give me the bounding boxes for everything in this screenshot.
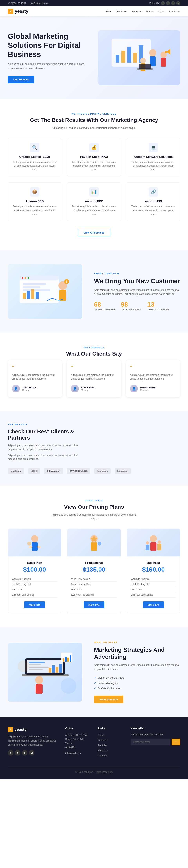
plan-btn-business[interactable]: More Info [143, 601, 164, 608]
plan-features-professional: Web Site Analysis 5 Job Posting Slot Pos… [71, 577, 116, 597]
footer-link-portfolio[interactable]: Portfolio [98, 743, 123, 747]
reviewer-role-2: Manager [140, 389, 156, 391]
footer-youtube-icon[interactable]: yt [29, 750, 34, 755]
check-item-1: Keyword Analysis [94, 680, 180, 686]
marketing-title: Marketing Strategies And Advertising [94, 646, 180, 660]
feature-biz-0: Web Site Analysis [131, 577, 176, 582]
footer-office-address: Austria — BBT 1234Street, Office 678 Vie… [65, 733, 90, 749]
stat-customers-num: 68 [94, 301, 115, 308]
svg-rect-38 [91, 542, 97, 551]
stat-years-label: Years Of Experience [147, 308, 169, 311]
feature-biz-1: 5 Job Posting Slot [131, 582, 176, 587]
newsletter-submit-button[interactable]: → [172, 739, 180, 745]
twitter-icon[interactable]: t [166, 1, 170, 5]
svg-rect-57 [59, 664, 62, 673]
partner-logo-4: logolpsum [94, 468, 111, 474]
nav-item-home[interactable]: Home [105, 10, 112, 13]
feature-pro-1: 5 Job Posting Slot [71, 582, 116, 587]
footer-linkedin-icon[interactable]: in [22, 750, 28, 755]
svg-rect-53 [29, 669, 43, 670]
amazon-edi-description: Text et perspiciatis unde omnis natus er… [131, 205, 176, 216]
plan-btn-professional[interactable]: More Info [84, 601, 105, 608]
service-card-software: 💻 Custom Software Solutions Text et pers… [127, 138, 180, 177]
footer-office-col: Office Austria — BBT 1234Street, Office … [65, 727, 90, 759]
pricing-body-basic: Basic Plan $100.00 Web Site Analysis 5 J… [8, 556, 61, 613]
footer-link-features[interactable]: Features [98, 738, 123, 742]
quote-icon-1: " [71, 365, 117, 371]
services-grid: 🔍 Organic Search (SEO) Text et perspicia… [8, 138, 180, 221]
smart-title: We Bring You New Customer [94, 277, 180, 285]
nav-item-services[interactable]: Services [131, 10, 141, 13]
newsletter-email-input[interactable] [130, 739, 170, 745]
svg-rect-24 [23, 293, 26, 299]
svg-rect-42 [150, 542, 156, 551]
svg-rect-56 [55, 667, 59, 673]
amazon-seo-description: Text et perspiciatis unde omnis natus er… [12, 205, 57, 216]
testimonials-grid: " Adipiscing elit, sed dieinceid incidid… [8, 360, 180, 397]
footer-bottom: © 2024 Yeasty. All Rights Reserved. [8, 767, 180, 773]
footer-office-heading: Office [65, 727, 90, 730]
nav-item-features[interactable]: Features [117, 10, 127, 13]
svg-rect-64 [65, 657, 67, 661]
youtube-icon[interactable]: yt [176, 1, 180, 5]
partner-logo-2: ⚙ logolpsum [44, 468, 63, 474]
nav-item-prices[interactable]: Prices [146, 10, 153, 13]
svg-point-20 [28, 277, 29, 279]
facebook-icon[interactable]: f [161, 1, 165, 5]
stat-years: 13 Years Of Experience [147, 301, 169, 311]
linkedin-icon[interactable]: in [171, 1, 175, 5]
check-item-0: Visitor Conversion Rate [94, 675, 180, 680]
plan-price-professional: $135.00 [71, 566, 116, 573]
stat-projects-num: 98 [121, 301, 141, 308]
svg-rect-51 [29, 664, 41, 665]
marketing-svg [14, 647, 76, 698]
partner-logo-0: logolpsum [8, 468, 24, 474]
svg-rect-26 [31, 289, 34, 299]
email-address: info@example.com [30, 2, 48, 4]
marketing-cta-button[interactable]: Read More Info [94, 696, 123, 703]
svg-rect-54 [48, 668, 51, 673]
partner-logo-3: CAWSO STYLING [67, 468, 90, 474]
hero-section: Global Marketing Solutions For Digital B… [0, 17, 188, 99]
reviewer-name-1: Leo James [81, 386, 94, 389]
pricing-img-business [127, 529, 180, 556]
nav-item-locations[interactable]: Locations [169, 10, 180, 13]
svg-rect-25 [27, 291, 30, 299]
footer-link-about[interactable]: About Us [98, 748, 123, 752]
footer-about-text: Adipiscing elit, sed do eiusmod tempor i… [8, 735, 58, 747]
footer-logo-text: yeasty [14, 727, 27, 732]
stat-customers: 68 Satisfied Customers [94, 301, 115, 311]
smart-campaign-section: $ SMART CAMPAIGN We Bring You New Custom… [0, 250, 188, 333]
ppc-title: Pay-Per-Click (PPC) [71, 155, 116, 158]
footer-twitter-icon[interactable]: t [15, 750, 21, 755]
svg-rect-59 [36, 684, 43, 694]
partners-text: PARTNERSHIP Check Our Best Clients & Par… [8, 423, 82, 463]
amazon-edi-icon: 🔗 [149, 187, 158, 197]
amazon-ppc-icon: 📊 [89, 187, 99, 197]
testimonial-text-2: Adipiscing elit, sed dieinceid incididun… [130, 373, 176, 381]
footer-link-contacts[interactable]: Contacts [98, 753, 123, 757]
svg-rect-33 [32, 542, 38, 551]
svg-rect-44 [157, 544, 161, 551]
reviewer-1: 👤 Leo James Manager [71, 385, 117, 393]
footer-newsletter-col: Newsletter Get the latest updates and of… [130, 727, 180, 759]
plan-btn-basic[interactable]: More Info [24, 601, 45, 608]
pricing-subtitle: Adipiscing elit, sed do eiusmod tempor i… [49, 513, 139, 521]
partners-content: PARTNERSHIP Check Our Best Clients & Par… [8, 423, 180, 463]
check-list: Visitor Conversion Rate Keyword Analysis… [94, 675, 180, 691]
software-icon: 💻 [149, 143, 158, 152]
feature-pro-2: Post 2 Job [71, 587, 116, 592]
smart-illustration: $ [8, 264, 82, 319]
nav-item-about[interactable]: About [158, 10, 164, 13]
hero-cta-button[interactable]: Our Services [8, 76, 34, 84]
pricing-img-basic [8, 529, 61, 556]
footer-link-home[interactable]: Home [98, 733, 123, 737]
social-icons-group: f t in yt [161, 1, 180, 5]
view-all-services-button[interactable]: View All Services [78, 229, 110, 237]
footer-facebook-icon[interactable]: f [8, 750, 13, 755]
follow-section: Follow Us: f t in yt [149, 1, 180, 5]
footer-social: f t in yt [8, 750, 58, 755]
reviewer-0: 👤 Trent Hayes Manager [12, 385, 58, 393]
stat-years-num: 13 [147, 301, 169, 308]
logo[interactable]: Y yeasty [8, 9, 28, 14]
